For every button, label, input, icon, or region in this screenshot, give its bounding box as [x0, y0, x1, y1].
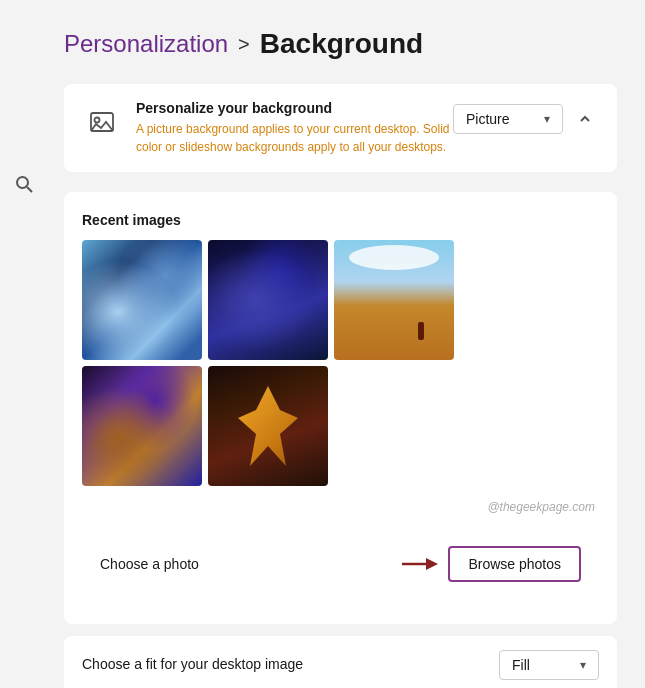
- settings-card: Personalize your background A picture ba…: [64, 84, 617, 172]
- main-content: Personalization > Background Personalize…: [48, 0, 645, 688]
- fit-dropdown-chevron-icon: ▾: [580, 658, 586, 672]
- recent-image-2[interactable]: [208, 240, 328, 360]
- svg-marker-5: [426, 558, 438, 570]
- settings-description: A picture background applies to your cur…: [136, 120, 453, 156]
- breadcrumb-current: Background: [260, 28, 423, 60]
- fit-dropdown[interactable]: Fill ▾: [499, 650, 599, 680]
- settings-title: Personalize your background: [136, 100, 453, 116]
- settings-control: Picture ▾: [453, 104, 599, 134]
- svg-point-0: [17, 177, 28, 188]
- breadcrumb: Personalization > Background: [64, 28, 617, 60]
- fit-dropdown-label: Fill: [512, 657, 530, 673]
- watermark-text: @thegeekpage.com: [487, 500, 595, 514]
- background-icon: [82, 102, 122, 142]
- browse-photos-button[interactable]: Browse photos: [448, 546, 581, 582]
- recent-image-5[interactable]: [208, 366, 328, 486]
- images-grid: [82, 240, 599, 486]
- dropdown-chevron-icon: ▾: [544, 112, 550, 126]
- sidebar-search-icon[interactable]: [10, 170, 38, 198]
- choose-fit-label: Choose a fit for your desktop image: [82, 655, 499, 675]
- settings-text: Personalize your background A picture ba…: [136, 100, 453, 156]
- sidebar: [0, 0, 48, 688]
- dropdown-label: Picture: [466, 111, 510, 127]
- recent-images-section: Recent images @thegeekpage.com Choose a …: [64, 192, 617, 624]
- svg-line-1: [27, 187, 32, 192]
- breadcrumb-separator: >: [238, 33, 250, 56]
- recent-image-4[interactable]: [82, 366, 202, 486]
- choose-photo-label: Choose a photo: [100, 556, 402, 572]
- arrow-indicator: [402, 554, 438, 574]
- recent-image-1[interactable]: [82, 240, 202, 360]
- svg-point-3: [95, 118, 100, 123]
- breadcrumb-parent[interactable]: Personalization: [64, 30, 228, 58]
- collapse-button[interactable]: [571, 105, 599, 133]
- choose-fit-row: Choose a fit for your desktop image Fill…: [64, 636, 617, 688]
- personalize-dropdown[interactable]: Picture ▾: [453, 104, 563, 134]
- recent-image-3[interactable]: [334, 240, 454, 360]
- choose-photo-row: Choose a photo Browse photos: [82, 532, 599, 596]
- watermark: @thegeekpage.com: [82, 500, 599, 514]
- recent-images-title: Recent images: [82, 212, 599, 228]
